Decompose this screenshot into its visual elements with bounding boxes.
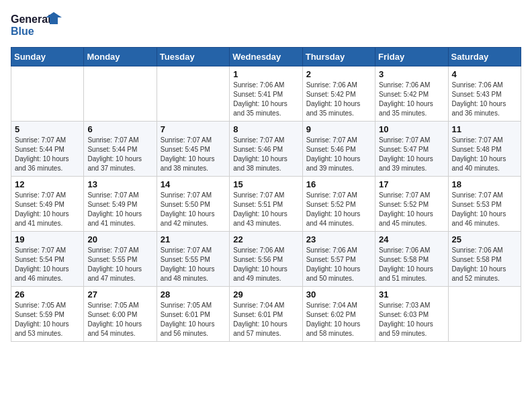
day-info: Sunrise: 7:06 AM Sunset: 5:43 PM Dayligh… [452, 81, 517, 118]
day-number: 17 [379, 179, 444, 189]
day-number: 28 [161, 289, 226, 300]
week-row-2: 5Sunrise: 7:07 AM Sunset: 5:44 PM Daylig… [11, 122, 521, 177]
day-info: Sunrise: 7:07 AM Sunset: 5:51 PM Dayligh… [233, 191, 298, 228]
day-info: Sunrise: 7:07 AM Sunset: 5:45 PM Dayligh… [161, 136, 226, 173]
week-row-4: 19Sunrise: 7:07 AM Sunset: 5:54 PM Dayli… [11, 232, 521, 287]
calendar-cell: 27Sunrise: 7:05 AM Sunset: 6:00 PM Dayli… [84, 287, 157, 342]
day-info: Sunrise: 7:05 AM Sunset: 5:59 PM Dayligh… [15, 301, 80, 338]
day-number: 8 [233, 124, 298, 134]
day-info: Sunrise: 7:06 AM Sunset: 5:41 PM Dayligh… [233, 81, 298, 118]
day-number: 22 [233, 234, 298, 244]
day-info: Sunrise: 7:06 AM Sunset: 5:57 PM Dayligh… [306, 246, 371, 283]
weekday-header-sunday: Sunday [11, 48, 84, 66]
week-row-5: 26Sunrise: 7:05 AM Sunset: 5:59 PM Dayli… [11, 287, 521, 342]
calendar-cell: 23Sunrise: 7:06 AM Sunset: 5:57 PM Dayli… [302, 232, 375, 287]
calendar-cell: 5Sunrise: 7:07 AM Sunset: 5:44 PM Daylig… [11, 122, 84, 177]
calendar-cell: 28Sunrise: 7:05 AM Sunset: 6:01 PM Dayli… [157, 287, 229, 342]
calendar-cell: 1Sunrise: 7:06 AM Sunset: 5:41 PM Daylig… [230, 66, 302, 122]
calendar-cell [448, 287, 521, 342]
weekday-header-row: SundayMondayTuesdayWednesdayThursdayFrid… [11, 48, 521, 66]
day-info: Sunrise: 7:06 AM Sunset: 5:58 PM Dayligh… [452, 246, 517, 283]
weekday-header-monday: Monday [84, 48, 157, 66]
day-info: Sunrise: 7:07 AM Sunset: 5:52 PM Dayligh… [306, 191, 371, 228]
calendar-cell: 31Sunrise: 7:03 AM Sunset: 6:03 PM Dayli… [375, 287, 448, 342]
day-number: 1 [233, 69, 298, 79]
day-number: 19 [15, 234, 80, 244]
weekday-header-saturday: Saturday [448, 48, 521, 66]
day-info: Sunrise: 7:06 AM Sunset: 5:56 PM Dayligh… [233, 246, 298, 283]
svg-text:General: General [11, 13, 51, 25]
day-info: Sunrise: 7:04 AM Sunset: 6:01 PM Dayligh… [233, 301, 298, 338]
calendar-cell [157, 66, 229, 122]
day-number: 7 [161, 124, 226, 134]
calendar-cell: 29Sunrise: 7:04 AM Sunset: 6:01 PM Dayli… [230, 287, 302, 342]
calendar-cell: 10Sunrise: 7:07 AM Sunset: 5:47 PM Dayli… [375, 122, 448, 177]
logo-icon: GeneralBlue [11, 11, 64, 39]
day-info: Sunrise: 7:07 AM Sunset: 5:55 PM Dayligh… [161, 246, 226, 283]
day-info: Sunrise: 7:07 AM Sunset: 5:49 PM Dayligh… [87, 191, 152, 228]
day-number: 3 [379, 69, 444, 79]
day-number: 13 [87, 179, 152, 189]
day-info: Sunrise: 7:03 AM Sunset: 6:03 PM Dayligh… [379, 301, 444, 338]
calendar-cell: 25Sunrise: 7:06 AM Sunset: 5:58 PM Dayli… [448, 232, 521, 287]
weekday-header-friday: Friday [375, 48, 448, 66]
day-info: Sunrise: 7:05 AM Sunset: 6:01 PM Dayligh… [161, 301, 226, 338]
calendar-cell: 11Sunrise: 7:07 AM Sunset: 5:48 PM Dayli… [448, 122, 521, 177]
day-number: 25 [452, 234, 517, 244]
day-number: 10 [379, 124, 444, 134]
day-number: 14 [161, 179, 226, 189]
calendar-cell: 9Sunrise: 7:07 AM Sunset: 5:46 PM Daylig… [302, 122, 375, 177]
weekday-header-thursday: Thursday [302, 48, 375, 66]
day-number: 18 [452, 179, 517, 189]
day-info: Sunrise: 7:07 AM Sunset: 5:48 PM Dayligh… [452, 136, 517, 173]
day-info: Sunrise: 7:07 AM Sunset: 5:49 PM Dayligh… [15, 191, 80, 228]
day-number: 6 [87, 124, 152, 134]
day-number: 11 [452, 124, 517, 134]
logo: GeneralBlue [11, 11, 64, 39]
day-number: 26 [15, 289, 80, 300]
day-number: 12 [15, 179, 80, 189]
day-number: 15 [233, 179, 298, 189]
day-number: 30 [306, 289, 371, 300]
calendar-cell: 6Sunrise: 7:07 AM Sunset: 5:44 PM Daylig… [84, 122, 157, 177]
day-info: Sunrise: 7:07 AM Sunset: 5:44 PM Dayligh… [15, 136, 80, 173]
day-info: Sunrise: 7:07 AM Sunset: 5:55 PM Dayligh… [87, 246, 152, 283]
calendar-cell [84, 66, 157, 122]
calendar-cell: 26Sunrise: 7:05 AM Sunset: 5:59 PM Dayli… [11, 287, 84, 342]
calendar-cell: 13Sunrise: 7:07 AM Sunset: 5:49 PM Dayli… [84, 177, 157, 232]
day-number: 24 [379, 234, 444, 244]
calendar-table: SundayMondayTuesdayWednesdayThursdayFrid… [11, 47, 521, 342]
day-info: Sunrise: 7:07 AM Sunset: 5:53 PM Dayligh… [452, 191, 517, 228]
day-info: Sunrise: 7:07 AM Sunset: 5:54 PM Dayligh… [15, 246, 80, 283]
calendar-cell: 19Sunrise: 7:07 AM Sunset: 5:54 PM Dayli… [11, 232, 84, 287]
weekday-header-tuesday: Tuesday [157, 48, 229, 66]
calendar-cell: 14Sunrise: 7:07 AM Sunset: 5:50 PM Dayli… [157, 177, 229, 232]
page-header: GeneralBlue [11, 11, 521, 39]
calendar-cell: 15Sunrise: 7:07 AM Sunset: 5:51 PM Dayli… [230, 177, 302, 232]
calendar-cell: 4Sunrise: 7:06 AM Sunset: 5:43 PM Daylig… [448, 66, 521, 122]
weekday-header-wednesday: Wednesday [230, 48, 302, 66]
day-number: 23 [306, 234, 371, 244]
week-row-1: 1Sunrise: 7:06 AM Sunset: 5:41 PM Daylig… [11, 66, 521, 122]
day-info: Sunrise: 7:07 AM Sunset: 5:47 PM Dayligh… [379, 136, 444, 173]
calendar-cell: 12Sunrise: 7:07 AM Sunset: 5:49 PM Dayli… [11, 177, 84, 232]
day-number: 2 [306, 69, 371, 79]
day-info: Sunrise: 7:07 AM Sunset: 5:44 PM Dayligh… [87, 136, 152, 173]
day-number: 20 [87, 234, 152, 244]
day-info: Sunrise: 7:06 AM Sunset: 5:42 PM Dayligh… [379, 81, 444, 118]
day-info: Sunrise: 7:07 AM Sunset: 5:46 PM Dayligh… [233, 136, 298, 173]
day-number: 4 [452, 69, 517, 79]
calendar-cell: 22Sunrise: 7:06 AM Sunset: 5:56 PM Dayli… [230, 232, 302, 287]
week-row-3: 12Sunrise: 7:07 AM Sunset: 5:49 PM Dayli… [11, 177, 521, 232]
calendar-cell: 2Sunrise: 7:06 AM Sunset: 5:42 PM Daylig… [302, 66, 375, 122]
day-number: 16 [306, 179, 371, 189]
day-info: Sunrise: 7:06 AM Sunset: 5:58 PM Dayligh… [379, 246, 444, 283]
calendar-cell: 8Sunrise: 7:07 AM Sunset: 5:46 PM Daylig… [230, 122, 302, 177]
calendar-cell: 3Sunrise: 7:06 AM Sunset: 5:42 PM Daylig… [375, 66, 448, 122]
day-number: 27 [87, 289, 152, 300]
calendar-cell: 7Sunrise: 7:07 AM Sunset: 5:45 PM Daylig… [157, 122, 229, 177]
day-number: 5 [15, 124, 80, 134]
day-number: 21 [161, 234, 226, 244]
calendar-cell: 18Sunrise: 7:07 AM Sunset: 5:53 PM Dayli… [448, 177, 521, 232]
calendar-cell: 20Sunrise: 7:07 AM Sunset: 5:55 PM Dayli… [84, 232, 157, 287]
